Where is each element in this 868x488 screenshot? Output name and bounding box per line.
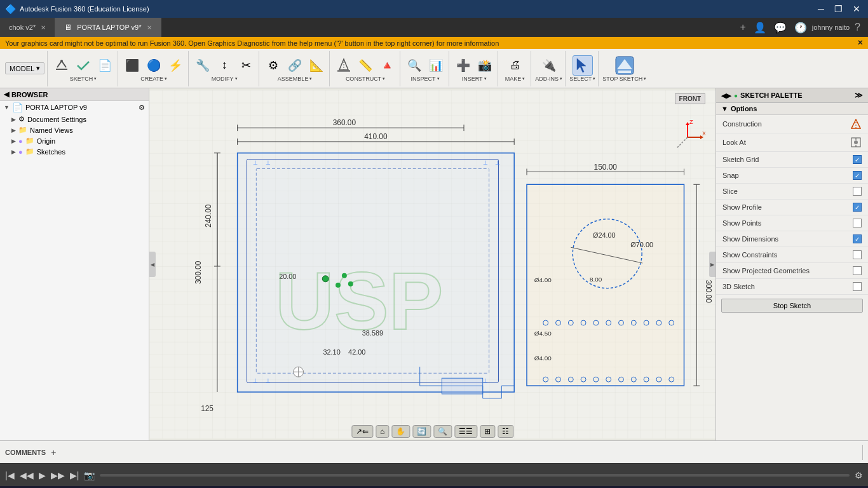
home-view-button[interactable]: ⌂ bbox=[376, 425, 389, 438]
insert2-icon[interactable]: 📸 bbox=[475, 55, 495, 76]
view-options-button[interactable]: ☷ bbox=[498, 425, 513, 438]
warning-close-icon[interactable]: ✕ bbox=[857, 39, 863, 47]
svg-text:⊥: ⊥ bbox=[496, 159, 501, 166]
sketch-icon[interactable] bbox=[51, 55, 72, 76]
axis-indicator: Z X bbox=[670, 120, 705, 156]
svg-rect-8 bbox=[618, 71, 631, 73]
construction-icon-button[interactable] bbox=[850, 118, 862, 130]
add-comment-button[interactable]: + bbox=[51, 447, 56, 458]
pan-button[interactable]: ✋ bbox=[391, 425, 410, 438]
tab-chok[interactable]: chok v2* ✕ bbox=[0, 18, 55, 37]
comments-panel: COMMENTS + bbox=[0, 440, 868, 463]
sketch-arrow-icon: ▾ bbox=[94, 76, 97, 81]
create-sketch-icon[interactable]: 📄 bbox=[95, 55, 115, 76]
play-start-icon[interactable]: |◀ bbox=[5, 470, 15, 480]
assemble-icons-row: ⚙ 🔗 📐 bbox=[263, 55, 327, 76]
browser-named-views[interactable]: ▶ 📁 Named Views bbox=[0, 125, 149, 135]
maximize-button[interactable]: ❐ bbox=[832, 4, 845, 14]
play-prev-icon[interactable]: ◀◀ bbox=[20, 470, 34, 480]
svg-line-15 bbox=[677, 137, 688, 148]
show-points-checkbox[interactable] bbox=[853, 219, 862, 227]
svg-text:⊥: ⊥ bbox=[483, 159, 488, 166]
snap-label: Snap bbox=[722, 172, 739, 179]
tab-porta-laptop-close-icon[interactable]: ✕ bbox=[147, 24, 152, 31]
sketch-viewport[interactable]: 360.00 410.00 150.00 240.00 300.00 bbox=[149, 88, 715, 440]
canvas-area[interactable]: ◀ ▶ FRONT Z X bbox=[149, 88, 715, 440]
origin-dot-icon: ● bbox=[18, 137, 23, 145]
browser-collapse-handle[interactable]: ◀ bbox=[149, 252, 156, 277]
insert-icon[interactable]: ➕ bbox=[453, 55, 473, 76]
palette-collapse-icon[interactable]: ◀▶ bbox=[721, 92, 731, 99]
tab-porta-laptop[interactable]: 🖥 PORTA LAPTOP v9* ✕ bbox=[55, 18, 161, 37]
display-mode-button[interactable]: ☰☰ bbox=[454, 425, 477, 438]
finish-sketch-icon[interactable] bbox=[73, 55, 93, 76]
addins-icon[interactable]: 🔌 bbox=[539, 55, 559, 76]
palette-show-dimensions-row: Show Dimensions bbox=[716, 231, 868, 247]
modify-label: MODIFY▾ bbox=[212, 76, 238, 82]
select-icon[interactable] bbox=[573, 55, 593, 76]
new-tab-button[interactable]: + bbox=[737, 22, 748, 33]
palette-expand-icon[interactable]: ≫ bbox=[855, 91, 863, 100]
play-icon[interactable]: ▶ bbox=[39, 470, 46, 480]
create-box-icon[interactable]: ⬛ bbox=[122, 55, 142, 76]
show-dimensions-checkbox[interactable] bbox=[853, 234, 862, 243]
snap-checkbox[interactable] bbox=[853, 171, 862, 180]
model-dropdown[interactable]: MODEL ▾ bbox=[5, 62, 44, 74]
show-projected-checkbox[interactable] bbox=[853, 266, 862, 275]
zoom-button[interactable]: 🔍 bbox=[433, 425, 452, 438]
assemble3-icon[interactable]: 📐 bbox=[306, 55, 327, 76]
assemble2-icon[interactable]: 🔗 bbox=[285, 55, 305, 76]
close-button[interactable]: ✕ bbox=[850, 4, 863, 14]
create-more-icon[interactable]: ⚡ bbox=[165, 55, 186, 76]
svg-rect-80 bbox=[442, 378, 482, 394]
activity-icon[interactable]: 🕐 bbox=[792, 22, 810, 34]
settings-icon[interactable]: ⚙ bbox=[855, 470, 863, 480]
3d-sketch-checkbox[interactable] bbox=[853, 282, 862, 291]
stop-sketch-toolbar-icon[interactable] bbox=[614, 55, 635, 76]
play-end-icon[interactable]: ▶| bbox=[70, 470, 79, 480]
construct3-icon[interactable]: 🔺 bbox=[377, 55, 397, 76]
sketch-grid-checkbox[interactable] bbox=[853, 155, 862, 164]
inspect2-icon[interactable]: 📊 bbox=[426, 55, 446, 76]
browser-doc-settings[interactable]: ▶ ⚙ Document Settings bbox=[0, 114, 149, 125]
app-title: Autodesk Fusion 360 (Education License) bbox=[20, 5, 149, 13]
help-icon[interactable]: ? bbox=[852, 22, 863, 33]
slice-checkbox[interactable] bbox=[853, 187, 862, 196]
create-cyl-icon[interactable]: 🔵 bbox=[144, 55, 164, 76]
inspect-icon[interactable]: 🔍 bbox=[404, 55, 424, 76]
assemble-icon[interactable]: ⚙ bbox=[263, 55, 283, 76]
make-icon[interactable]: 🖨 bbox=[505, 55, 526, 76]
construct2-icon[interactable]: 📏 bbox=[355, 55, 376, 76]
modify3-icon[interactable]: ✂ bbox=[236, 55, 256, 76]
look-at-icon-button[interactable] bbox=[850, 137, 862, 148]
grid-options-button[interactable]: ⊞ bbox=[480, 425, 495, 438]
stop-sketch-button[interactable]: Stop Sketch bbox=[721, 299, 863, 313]
timeline-bar[interactable] bbox=[100, 474, 850, 477]
play-next-icon[interactable]: ▶▶ bbox=[51, 470, 65, 480]
browser-sketches[interactable]: ▶ ● 📁 Sketches bbox=[0, 146, 149, 157]
construct-icon[interactable] bbox=[334, 55, 354, 76]
fit-screen-button[interactable]: ↗⇐ bbox=[351, 425, 373, 438]
browser-origin[interactable]: ▶ ● 📁 Origin bbox=[0, 135, 149, 146]
model-arrow-icon: ▾ bbox=[36, 64, 40, 72]
modify2-icon[interactable]: ↕ bbox=[214, 55, 234, 76]
browser-doc-root[interactable]: ▼ 📄 PORTA LAPTOP v9 ⚙ bbox=[0, 101, 149, 114]
show-constraints-checkbox[interactable] bbox=[853, 250, 862, 259]
notifications-icon[interactable]: 💬 bbox=[771, 22, 789, 34]
browser-collapse-icon[interactable]: ◀ bbox=[4, 90, 9, 98]
tab-chok-close-icon[interactable]: ✕ bbox=[41, 24, 46, 31]
minimize-button[interactable]: ─ bbox=[815, 4, 827, 14]
show-points-label: Show Points bbox=[722, 219, 761, 227]
doc-settings-icon[interactable]: ⚙ bbox=[139, 104, 145, 112]
show-profile-checkbox[interactable] bbox=[853, 203, 862, 212]
account-icon[interactable]: 👤 bbox=[751, 22, 769, 34]
comments-label: COMMENTS bbox=[5, 449, 46, 456]
orbit-button[interactable]: 🔄 bbox=[412, 425, 431, 438]
modify-icon[interactable]: 🔧 bbox=[193, 55, 213, 76]
construct-arrow-icon: ▾ bbox=[383, 76, 385, 81]
toolbar-insert-group: ➕ 📸 INSERT▾ bbox=[451, 51, 498, 86]
make-label: MAKE▾ bbox=[505, 76, 526, 82]
palette-collapse-handle[interactable]: ▶ bbox=[709, 252, 715, 277]
construction-label: Construction bbox=[722, 120, 762, 128]
camera-icon[interactable]: 📷 bbox=[84, 470, 95, 480]
